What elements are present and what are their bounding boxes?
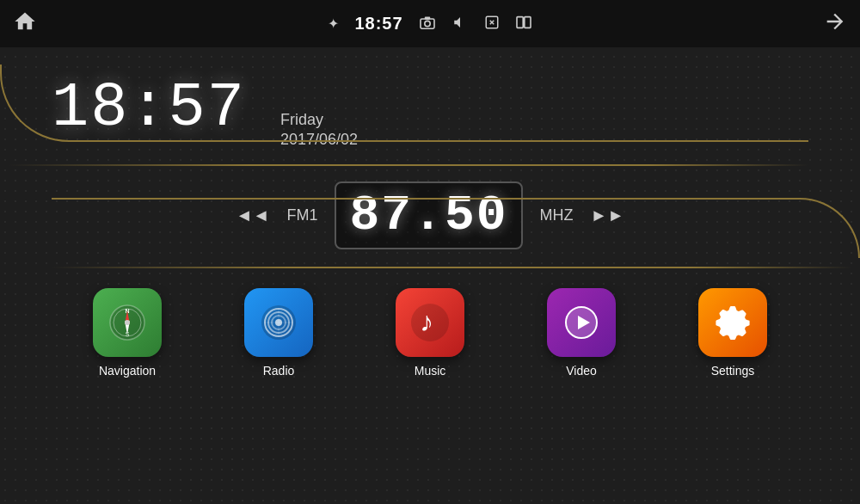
radio-next-button[interactable]: ►► — [591, 206, 625, 225]
divider-1 — [9, 164, 808, 166]
camera-icon — [419, 15, 436, 33]
svg-rect-6 — [517, 16, 523, 28]
radio-icon — [244, 288, 313, 357]
navigation-icon: N S — [93, 288, 162, 357]
app-music[interactable]: ♪ Music — [396, 288, 464, 378]
music-icon: ♪ — [396, 288, 464, 357]
back-button[interactable] — [823, 9, 847, 39]
app-video[interactable]: Video — [547, 288, 616, 378]
radio-section: ◄◄ FM1 87.50 MHZ ►► — [0, 173, 860, 258]
svg-rect-2 — [424, 16, 429, 19]
video-label: Video — [566, 364, 597, 378]
close-icon — [484, 15, 500, 34]
radio-frequency: 87.50 — [335, 181, 522, 249]
divider-2 — [52, 267, 851, 268]
settings-icon — [698, 288, 767, 357]
background: ✦ 18:57 — [0, 0, 860, 504]
status-bar: ✦ 18:57 — [0, 0, 860, 47]
clock-day: Friday — [280, 111, 358, 129]
app-radio[interactable]: Radio — [244, 288, 313, 378]
svg-point-14 — [125, 320, 130, 325]
clock-section: 18:57 Friday 2017/06/02 — [0, 56, 860, 157]
clock-date: 2017/06/02 — [280, 131, 358, 149]
svg-rect-7 — [524, 16, 530, 28]
music-label: Music — [415, 364, 446, 378]
settings-label: Settings — [711, 364, 755, 378]
clock-time: 18:57 — [52, 73, 246, 144]
radio-prev-button[interactable]: ◄◄ — [236, 206, 270, 225]
radio-unit: MHZ — [540, 206, 574, 224]
app-navigation[interactable]: N S Navigation — [93, 288, 162, 378]
apps-row: N S Navigation — [0, 275, 860, 390]
svg-text:♪: ♪ — [420, 306, 433, 337]
radio-band: FM1 — [286, 206, 317, 224]
app-settings[interactable]: Settings — [698, 288, 767, 378]
clock-date-info: Friday 2017/06/02 — [280, 111, 358, 149]
mirror-icon — [515, 15, 532, 33]
clock-row: 18:57 Friday 2017/06/02 — [52, 73, 826, 149]
bluetooth-icon: ✦ — [328, 15, 339, 32]
navigation-label: Navigation — [99, 364, 156, 378]
radio-row: ◄◄ FM1 87.50 MHZ ►► — [34, 181, 826, 249]
status-time: 18:57 — [354, 14, 402, 34]
main-content: 18:57 Friday 2017/06/02 ◄◄ FM1 87.50 MHZ… — [0, 47, 860, 504]
volume-icon — [452, 15, 469, 34]
home-button[interactable] — [13, 9, 37, 39]
status-center: ✦ 18:57 — [37, 14, 823, 34]
radio-app-label: Radio — [263, 364, 295, 378]
video-icon — [547, 288, 616, 357]
svg-point-1 — [424, 21, 429, 26]
